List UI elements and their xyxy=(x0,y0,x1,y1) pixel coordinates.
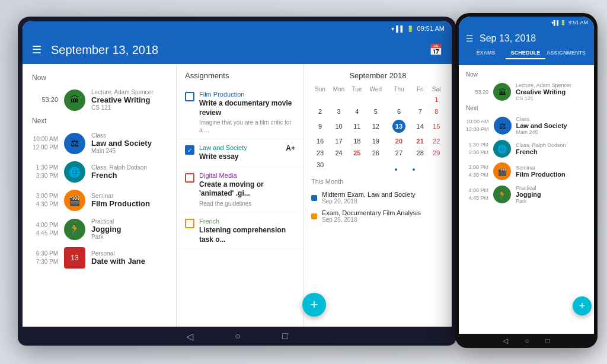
cal-day[interactable] xyxy=(412,94,428,106)
event-midterm[interactable]: Midterm Exam, Law and Society Sep 20, 20… xyxy=(311,189,445,207)
phone-fab-overlay[interactable]: + xyxy=(573,296,592,315)
cal-day[interactable]: 6 xyxy=(386,106,412,117)
menu-icon[interactable]: ☰ xyxy=(32,43,41,56)
assignment-checkbox-film[interactable] xyxy=(185,92,194,101)
tab-exams[interactable]: EXAMS xyxy=(466,47,506,59)
tablet-content: Now 53:20 🏛 Lecture, Adam Spencer Creati… xyxy=(23,64,452,341)
phone-time: 9:51 AM xyxy=(568,20,588,25)
cal-day[interactable]: 17 xyxy=(329,135,349,147)
cal-day[interactable]: 22 xyxy=(428,135,445,147)
cal-day[interactable]: 3 xyxy=(329,106,349,117)
film-time: 3:00 PM4:30 PM xyxy=(32,192,58,209)
phone-now-time: 53:20 xyxy=(466,88,488,96)
calendar-icon[interactable]: 📅 xyxy=(429,43,442,56)
cal-day[interactable]: 9 xyxy=(311,117,329,135)
cal-day[interactable]: 24 xyxy=(329,147,349,159)
cal-day-today[interactable]: 13 xyxy=(386,117,412,135)
event-exam-film[interactable]: Exam, Documentary Film Analysis Sep 25, … xyxy=(311,207,445,225)
schedule-item-law[interactable]: 10:00 AM12:00 PM ⚖ Class Law and Society… xyxy=(23,129,176,158)
signal-icon: ▌▌ xyxy=(396,25,404,32)
assignment-digital-media[interactable]: Digital Media Create a moving or 'animat… xyxy=(177,167,304,213)
cal-day[interactable]: 10 xyxy=(329,117,349,135)
home-icon[interactable]: ○ xyxy=(235,331,241,341)
assignment-desc-digital: Read the guidelines xyxy=(199,200,295,207)
cal-day[interactable]: 19 xyxy=(366,135,386,147)
cal-day[interactable]: 5 xyxy=(366,106,386,117)
assignment-checkbox-law[interactable]: ✓ xyxy=(185,145,194,155)
cal-day[interactable]: 11 xyxy=(349,117,366,135)
phone-jog-item[interactable]: 4:00 PM4:45 PM 🏃 Practical Jogging Park xyxy=(459,183,594,206)
cal-day[interactable] xyxy=(386,94,412,106)
cal-day[interactable]: 25 xyxy=(349,147,366,159)
phone-home-icon[interactable]: ○ xyxy=(525,337,529,345)
event-dot-midterm xyxy=(311,195,317,201)
cal-day[interactable]: 26 xyxy=(366,147,386,159)
phone-film-item[interactable]: 3:00 PM4:30 PM 🎬 Seminar Film Production xyxy=(459,160,594,183)
assignment-checkbox-french[interactable] xyxy=(185,219,194,228)
phone-french-title: French xyxy=(516,148,566,155)
cal-day[interactable] xyxy=(329,94,349,106)
assignment-cat-film: Film Production xyxy=(199,91,295,98)
schedule-item-french[interactable]: 1:30 PM3:30 PM 🌐 Class, Ralph Dodson Fre… xyxy=(23,158,176,186)
assignment-grade-law: A+ xyxy=(286,144,295,152)
tablet-fab-button[interactable]: + xyxy=(302,293,326,317)
phone-now-info: Lecture, Adam Spencer Creative Writing C… xyxy=(516,82,571,101)
cal-day[interactable]: 27 xyxy=(386,147,412,159)
recents-icon[interactable]: □ xyxy=(282,331,288,341)
cal-day[interactable]: 14 xyxy=(412,117,428,135)
cal-day[interactable]: 7 xyxy=(412,106,428,117)
phone-french-info: Class, Ralph Dodson French xyxy=(516,142,566,155)
assignment-french[interactable]: French Listening comprehension task o... xyxy=(177,213,304,250)
cal-day[interactable] xyxy=(311,94,329,106)
cal-day[interactable]: 15 xyxy=(428,117,445,135)
cal-day[interactable]: 29 xyxy=(428,147,445,159)
date-info: Personal Date with Jane xyxy=(91,250,167,266)
assignment-law-society[interactable]: ✓ Law and Society Write essay A+ xyxy=(177,139,304,167)
tablet: ▾ ▌▌ 🔋 09:51 AM ☰ September 13, 2018 📅 N… xyxy=(18,17,456,346)
cal-day[interactable]: 18 xyxy=(349,135,366,147)
phone-french-item[interactable]: 1:30 PM3:30 PM 🌐 Class, Ralph Dodson Fre… xyxy=(459,138,594,160)
cal-day[interactable] xyxy=(349,94,366,106)
tab-schedule[interactable]: SCHEDULE xyxy=(506,47,545,59)
now-avatar: 🏛 xyxy=(64,90,85,111)
tab-assignments[interactable]: ASSIGNMENTS xyxy=(545,47,587,59)
phone-law-item[interactable]: 10:00 AM12:00 PM ⚖ Class Law and Society… xyxy=(459,114,594,138)
cal-day[interactable]: 4 xyxy=(349,106,366,117)
cal-day[interactable]: 8 xyxy=(428,106,445,117)
phone-recents-icon[interactable]: □ xyxy=(546,337,550,345)
phone-tabs: EXAMS SCHEDULE ASSIGNMENTS xyxy=(466,47,587,59)
cal-header-sat: Sat xyxy=(428,85,445,94)
schedule-item-date[interactable]: 6:30 PM7:30 PM 13 Personal Date with Jan… xyxy=(23,244,176,272)
now-schedule-item[interactable]: 53:20 🏛 Lecture, Adam Spencer Creative W… xyxy=(23,85,176,114)
phone-back-icon[interactable]: ◁ xyxy=(503,337,508,345)
assignment-film-production[interactable]: Film Production Write a documentary movi… xyxy=(177,86,304,139)
calendar-grid: Sun Mon Tue Wed Thu Fri Sat xyxy=(311,85,445,171)
schedule-item-film[interactable]: 3:00 PM4:30 PM 🎬 Seminar Film Production xyxy=(23,186,176,215)
cal-day[interactable]: 16 xyxy=(311,135,329,147)
cal-day[interactable]: 23 xyxy=(311,147,329,159)
phone-jog-info: Practical Jogging Park xyxy=(516,185,541,204)
back-icon[interactable]: ◁ xyxy=(186,331,193,342)
calendar-month-title: September 2018 xyxy=(311,71,445,80)
phone-now-item[interactable]: 53:20 🏛 Lecture, Adam Spencer Creative W… xyxy=(459,80,594,104)
french-title: French xyxy=(91,171,167,180)
cal-header-mon: Mon xyxy=(329,85,349,94)
phone-law-loc: Main 245 xyxy=(516,129,567,135)
cal-day[interactable]: 28 xyxy=(412,147,428,159)
film-avatar: 🎬 xyxy=(64,190,85,211)
cal-day[interactable]: 12 xyxy=(366,117,386,135)
cal-day[interactable]: 20 xyxy=(386,135,412,147)
cal-header-wed: Wed xyxy=(366,85,386,94)
schedule-item-jogging[interactable]: 4:00 PM4:45 PM 🏃 Practical Jogging Park xyxy=(23,215,176,244)
assignment-cat-digital: Digital Media xyxy=(199,172,295,179)
phone-menu-icon[interactable]: ☰ xyxy=(466,34,474,43)
cal-day[interactable]: 21 xyxy=(412,135,428,147)
now-info: Lecture, Adam Spencer Creative Writing C… xyxy=(91,89,167,111)
cal-day[interactable] xyxy=(366,94,386,106)
phone-now-title: Creative Writing xyxy=(516,88,571,95)
scene: ▾ ▌▌ 🔋 09:51 AM ☰ September 13, 2018 📅 N… xyxy=(0,0,607,364)
cal-day[interactable]: 2 xyxy=(311,106,329,117)
cal-day[interactable]: 1 xyxy=(428,94,445,106)
date-title: Date with Jane xyxy=(91,257,167,266)
assignment-checkbox-digital[interactable] xyxy=(185,173,194,183)
